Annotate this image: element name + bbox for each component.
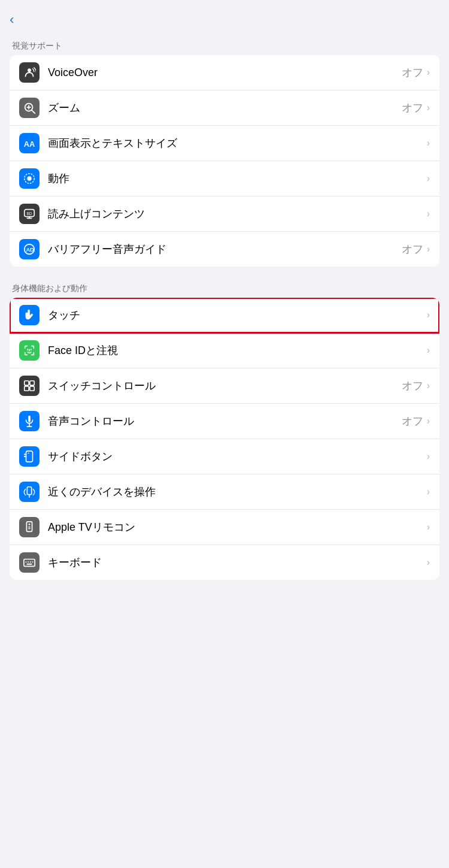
- svg-rect-19: [26, 451, 33, 462]
- section-list-visual: VoiceOverオフ› ズームオフ› AA 画面表示とテキストサイズ› 動作›…: [10, 55, 439, 267]
- audiodesc-chevron-icon: ›: [427, 244, 430, 255]
- section-visual: 視覚サポート VoiceOverオフ› ズームオフ› AA 画面表示とテキストサ…: [0, 36, 449, 267]
- list-item-voiceover[interactable]: VoiceOverオフ›: [10, 55, 439, 90]
- svg-rect-12: [25, 381, 29, 385]
- keyboard-chevron-icon: ›: [427, 557, 430, 568]
- svg-text:BD: BD: [26, 211, 32, 216]
- svg-rect-27: [26, 561, 27, 562]
- voice-icon: [19, 411, 40, 431]
- content-area: 視覚サポート VoiceOverオフ› ズームオフ› AA 画面表示とテキストサ…: [0, 36, 449, 580]
- motion-icon: [19, 168, 40, 189]
- svg-rect-22: [26, 522, 32, 532]
- list-item-appletv[interactable]: Apple TVリモコン›: [10, 510, 439, 545]
- keyboard-label: キーボード: [48, 555, 427, 570]
- list-item-faceid[interactable]: Face IDと注視›: [10, 333, 439, 368]
- section-header-physical: 身体機能および動作: [0, 279, 449, 298]
- appletv-chevron-icon: ›: [427, 522, 430, 533]
- audiodesc-label: バリアフリー音声ガイド: [48, 242, 402, 256]
- spoken-label: 読み上げコンテンツ: [48, 207, 427, 221]
- list-item-nearby[interactable]: 近くのデバイスを操作›: [10, 474, 439, 510]
- svg-point-23: [29, 524, 31, 525]
- svg-rect-28: [28, 561, 29, 562]
- svg-point-0: [28, 69, 31, 72]
- zoom-chevron-icon: ›: [427, 102, 430, 113]
- audiodesc-value: オフ: [402, 242, 423, 256]
- nearby-label: 近くのデバイスを操作: [48, 485, 427, 499]
- nearby-chevron-icon: ›: [427, 486, 430, 497]
- touch-chevron-icon: ›: [427, 310, 430, 320]
- section-list-physical: タッチ› Face IDと注視› スイッチコントロールオフ› 音声コントロールオ…: [10, 298, 439, 580]
- back-button[interactable]: ‹: [10, 12, 16, 28]
- nav-bar: ‹: [0, 0, 449, 36]
- keyboard-icon: [19, 552, 40, 573]
- svg-rect-29: [30, 561, 31, 562]
- zoom-value: オフ: [402, 101, 423, 115]
- display-icon: AA: [19, 133, 40, 153]
- svg-rect-30: [32, 561, 34, 562]
- list-item-spoken[interactable]: BD 読み上げコンテンツ›: [10, 196, 439, 232]
- voiceover-label: VoiceOver: [48, 66, 402, 79]
- voice-label: 音声コントロール: [48, 414, 402, 428]
- switch-chevron-icon: ›: [427, 380, 430, 391]
- appletv-label: Apple TVリモコン: [48, 520, 427, 534]
- display-label: 画面表示とテキストサイズ: [48, 136, 427, 150]
- section-header-visual: 視覚サポート: [0, 36, 449, 55]
- list-item-touch[interactable]: タッチ›: [10, 298, 439, 333]
- voiceover-value: オフ: [402, 65, 423, 80]
- faceid-chevron-icon: ›: [427, 345, 430, 356]
- faceid-label: Face IDと注視: [48, 343, 427, 358]
- faceid-icon: [19, 340, 40, 361]
- switch-value: オフ: [402, 379, 423, 393]
- chevron-left-icon: ‹: [10, 12, 14, 28]
- voice-chevron-icon: ›: [427, 416, 430, 427]
- audiodesc-icon: AD: [19, 239, 40, 259]
- motion-chevron-icon: ›: [427, 173, 430, 184]
- svg-rect-15: [30, 386, 34, 391]
- nearby-icon: [19, 482, 40, 502]
- svg-line-2: [32, 110, 35, 113]
- switch-label: スイッチコントロール: [48, 379, 402, 393]
- svg-rect-24: [28, 527, 31, 527]
- section-physical: 身体機能および動作 タッチ› Face IDと注視› スイッチコントロールオフ›…: [0, 279, 449, 580]
- side-chevron-icon: ›: [427, 451, 430, 462]
- svg-rect-20: [27, 487, 31, 495]
- switch-icon: [19, 376, 40, 396]
- list-item-voice[interactable]: 音声コントロールオフ›: [10, 404, 439, 439]
- list-item-switch[interactable]: スイッチコントロールオフ›: [10, 368, 439, 404]
- list-item-side[interactable]: サイドボタン›: [10, 439, 439, 474]
- svg-rect-31: [26, 564, 32, 565]
- svg-rect-25: [28, 528, 31, 529]
- svg-text:AD: AD: [26, 247, 35, 253]
- svg-point-6: [27, 176, 31, 180]
- spoken-chevron-icon: ›: [427, 208, 430, 219]
- side-label: サイドボタン: [48, 449, 427, 464]
- svg-rect-16: [28, 416, 31, 422]
- zoom-icon: [19, 98, 40, 118]
- list-item-audiodesc[interactable]: AD バリアフリー音声ガイドオフ›: [10, 232, 439, 267]
- appletv-icon: [19, 517, 40, 537]
- svg-rect-13: [30, 381, 34, 385]
- touch-icon: [19, 305, 40, 325]
- list-item-motion[interactable]: 動作›: [10, 161, 439, 196]
- spoken-icon: BD: [19, 204, 40, 224]
- list-item-keyboard[interactable]: キーボード›: [10, 545, 439, 580]
- motion-label: 動作: [48, 171, 427, 186]
- voice-value: オフ: [402, 414, 423, 428]
- touch-label: タッチ: [48, 308, 427, 322]
- svg-rect-26: [24, 559, 35, 567]
- voiceover-icon: [19, 62, 40, 83]
- voiceover-chevron-icon: ›: [427, 67, 430, 78]
- list-item-display[interactable]: AA 画面表示とテキストサイズ›: [10, 126, 439, 161]
- list-item-zoom[interactable]: ズームオフ›: [10, 90, 439, 126]
- zoom-label: ズーム: [48, 101, 402, 115]
- display-chevron-icon: ›: [427, 138, 430, 149]
- svg-rect-14: [25, 386, 29, 391]
- svg-text:AA: AA: [24, 140, 35, 149]
- side-icon: [19, 446, 40, 467]
